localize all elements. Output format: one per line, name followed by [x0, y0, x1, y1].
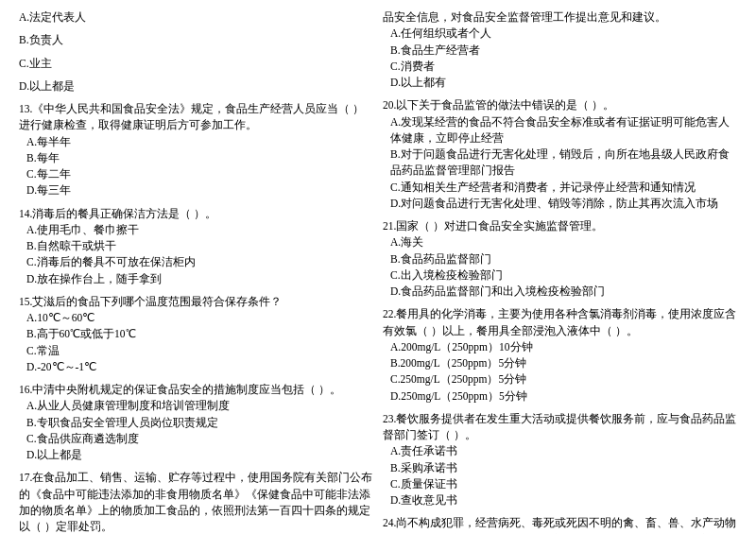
question-14: 14.消毒后的餐具正确保洁方法是（ ）。 A.使用毛巾、餐巾擦干 B.自然晾干或… [19, 206, 373, 287]
option-b: B.负责人 [19, 32, 373, 48]
question-17: 17.在食品加工、销售、运输、贮存等过程中，使用国务院有关部门公布的《食品中可能… [19, 470, 373, 534]
question-15: 15.艾滋后的食品下列哪个温度范围最符合保存条件？ A.10℃～60℃ B.高于… [19, 294, 373, 375]
page-container: A.法定代表人 B.负责人 C.业主 D.以上都是 13.《中华人民共和国食品安… [0, 0, 756, 534]
question-23: 23.餐饮服务提供者在发生重大活动或提供餐饮服务前，应与食品药品监督部门签订（ … [383, 411, 737, 509]
question-24: 24.尚不构成犯罪，经营病死、毒死或死因不明的禽、畜、兽、水产动物肉类，或者生产… [383, 515, 737, 534]
option-a: A.法定代表人 [19, 9, 373, 26]
question-13: 13.《中华人民共和国食品安全法》规定，食品生产经营人员应当（ ）进行健康检查，… [19, 101, 373, 199]
question-20: 20.以下关于食品监管的做法中错误的是（ ）。 A.发现某经营的食品不符合食品安… [383, 97, 737, 212]
option-c: C.业主 [19, 56, 373, 72]
option-d: D.以上都是 [19, 78, 373, 95]
question-22: 22.餐用具的化学消毒，主要为使用各种含氯消毒剂消毒，使用浓度应含有效氯（ ）以… [383, 306, 737, 405]
question-19-cont: 品安全信息，对食品安全监督管理工作提出意见和建议。 A.任何组织或者个人 B.食… [383, 9, 737, 91]
question-21: 21.国家（ ）对进口食品安全实施监督管理。 A.海关 B.食品药品监督部门 C… [383, 218, 737, 300]
question-16: 16.中清中央附机规定的保证食品安全的措施制度应当包括（ ）。 A.从业人员健康… [19, 382, 373, 463]
left-column: A.法定代表人 B.负责人 C.业主 D.以上都是 13.《中华人民共和国食品安… [19, 9, 373, 534]
content-area: A.法定代表人 B.负责人 C.业主 D.以上都是 13.《中华人民共和国食品安… [19, 9, 737, 534]
right-column: 品安全信息，对食品安全监督管理工作提出意见和建议。 A.任何组织或者个人 B.食… [383, 9, 737, 534]
